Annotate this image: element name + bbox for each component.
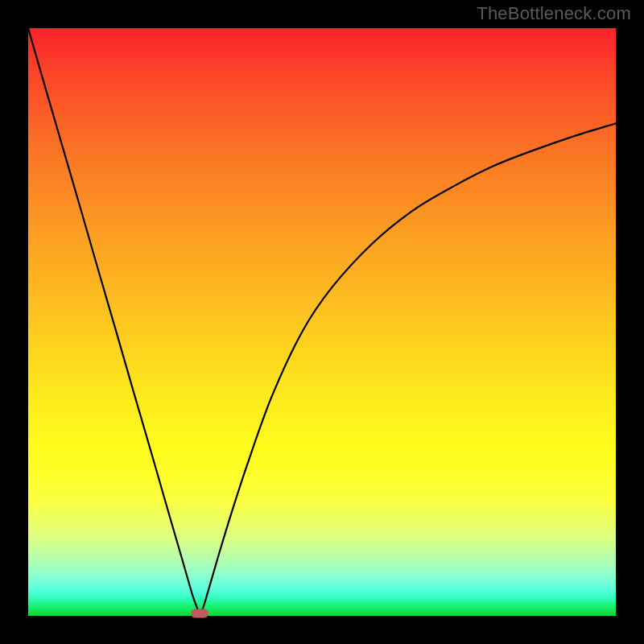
- watermark-text: TheBottleneck.com: [477, 3, 631, 24]
- minimum-marker: [191, 609, 208, 618]
- plot-area: [28, 28, 616, 616]
- curve-layer: [28, 28, 616, 616]
- chart-frame: TheBottleneck.com: [0, 0, 644, 644]
- curve-path: [28, 28, 616, 616]
